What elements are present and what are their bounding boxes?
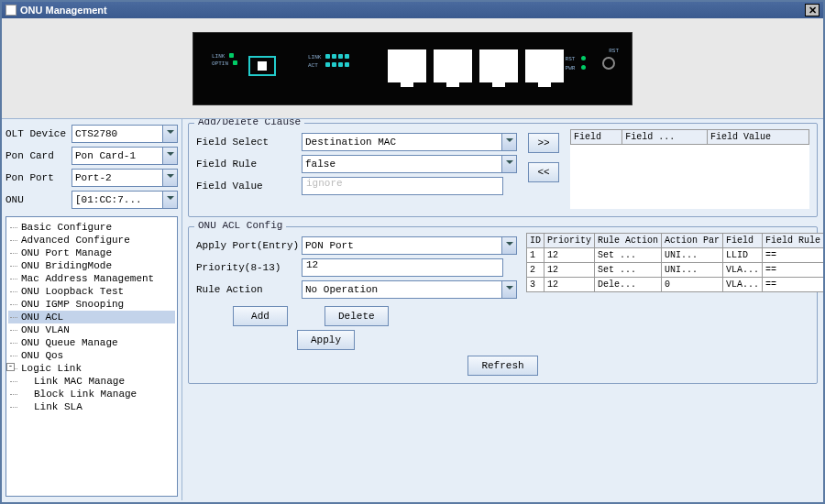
app-icon xyxy=(6,5,16,16)
tree-item[interactable]: ONU Qos xyxy=(8,349,175,362)
chevron-down-icon xyxy=(501,281,516,298)
device-graphic: LINK OPTIN LINK ACT RST PWR RST xyxy=(192,32,632,105)
chevron-down-icon xyxy=(162,148,177,164)
onu-select[interactable]: [01:CC:7... xyxy=(72,191,178,209)
tree-item[interactable]: Basic Configure xyxy=(8,221,175,234)
tree-item[interactable]: ONU VLAN xyxy=(8,323,175,336)
acl-th: Action Par xyxy=(662,233,723,247)
delete-button[interactable]: Delete xyxy=(324,306,389,326)
chevron-down-icon xyxy=(162,192,177,208)
collapse-icon[interactable]: - xyxy=(6,363,15,371)
chevron-down-icon xyxy=(501,156,516,172)
onu-management-window: ONU Management ✕ LINK OPTIN LINK ACT RST… xyxy=(0,0,825,504)
olt-device-select[interactable]: CTS2780 xyxy=(72,125,178,143)
close-button[interactable]: ✕ xyxy=(805,4,820,16)
chevron-down-icon xyxy=(501,237,516,254)
field-value-label: Field Value xyxy=(196,181,302,192)
field-rule-label: Field Rule xyxy=(196,159,302,170)
rule-action-label: Rule Action xyxy=(196,284,302,295)
field-select[interactable]: Destination MAC xyxy=(302,133,517,151)
left-panel: OLT Device CTS2780 Pon Card Pon Card-1 P… xyxy=(2,119,182,500)
clause-th-field: Field xyxy=(571,130,622,145)
clause-th-fieldrule: Field ... xyxy=(622,130,708,145)
chevron-down-icon xyxy=(162,126,177,142)
clause-fieldset: Add/Delete Clause Field Select Destinati… xyxy=(188,123,818,217)
remove-clause-button[interactable]: << xyxy=(528,162,559,182)
rule-action-select[interactable]: No Operation xyxy=(302,280,517,299)
tree-item[interactable]: ONU IGMP Snooping xyxy=(8,298,175,311)
titlebar: ONU Management ✕ xyxy=(2,2,823,18)
table-row[interactable]: 312Dele...0VLA...==5 xyxy=(527,277,824,291)
acl-th: Rule Action xyxy=(595,233,662,247)
priority-label: Priority(8-13) xyxy=(196,262,302,273)
tree-item[interactable]: ONU ACL xyxy=(8,311,175,323)
pon-card-label: Pon Card xyxy=(6,150,72,161)
acl-legend: ONU ACL Config xyxy=(194,220,286,231)
tree-item[interactable]: ONU Loopback Test xyxy=(8,285,175,298)
nav-tree: Basic ConfigureAdvanced ConfigureONU Por… xyxy=(6,216,178,497)
acl-th: Field xyxy=(723,233,763,247)
table-row[interactable]: 212Set ...UNI...VLA...==5 xyxy=(527,262,824,277)
acl-th: ID xyxy=(527,233,544,247)
refresh-button[interactable]: Refresh xyxy=(468,356,537,376)
tree-item[interactable]: ONU Port Manage xyxy=(8,247,175,259)
tree-item[interactable]: Block Link Manage xyxy=(8,388,175,400)
pon-card-select[interactable]: Pon Card-1 xyxy=(72,147,178,165)
add-clause-button[interactable]: >> xyxy=(528,133,559,153)
tree-item[interactable]: Mac Address Management xyxy=(8,272,175,285)
priority-input[interactable]: 12 xyxy=(302,258,503,277)
tree-item[interactable]: ONU Queue Manage xyxy=(8,336,175,349)
acl-table[interactable]: IDPriorityRule ActionAction ParFieldFiel… xyxy=(526,233,823,292)
field-select-label: Field Select xyxy=(196,137,302,148)
apply-port-label: Apply Port(Entry) xyxy=(196,240,302,251)
tree-item[interactable]: ONU BridingMode xyxy=(8,259,175,272)
olt-device-label: OLT Device xyxy=(6,128,72,139)
clause-table[interactable]: Field Field ... Field Value xyxy=(570,129,809,209)
add-button[interactable]: Add xyxy=(233,306,288,326)
acl-th: Priority xyxy=(544,233,595,247)
clause-th-fieldvalue: Field Value xyxy=(708,130,809,145)
clause-legend: Add/Delete Clause xyxy=(194,119,304,127)
field-value-input[interactable]: ignore xyxy=(302,177,503,195)
tree-item[interactable]: Link SLA xyxy=(8,400,175,413)
right-panel: Add/Delete Clause Field Select Destinati… xyxy=(182,119,823,500)
acl-th: Field Rule xyxy=(763,233,823,247)
field-rule-select[interactable]: false xyxy=(302,155,517,173)
pon-port-label: Pon Port xyxy=(6,172,72,183)
chevron-down-icon xyxy=(162,170,177,186)
tree-item[interactable]: Link MAC Manage xyxy=(8,375,175,388)
tree-item-logic-link[interactable]: - Logic Link xyxy=(8,362,175,375)
pon-port-select[interactable]: Port-2 xyxy=(72,169,178,187)
tree-item[interactable]: Advanced Configure xyxy=(8,234,175,247)
acl-config-fieldset: ONU ACL Config Apply Port(Entry) PON Por… xyxy=(188,226,818,384)
table-row[interactable]: 112Set ...UNI...LLID==0 xyxy=(527,247,824,262)
apply-button[interactable]: Apply xyxy=(297,330,355,350)
apply-port-select[interactable]: PON Port xyxy=(302,236,517,255)
device-banner: LINK OPTIN LINK ACT RST PWR RST xyxy=(2,18,823,119)
chevron-down-icon xyxy=(501,134,516,150)
onu-label: ONU xyxy=(6,194,72,205)
window-title: ONU Management xyxy=(20,5,107,16)
